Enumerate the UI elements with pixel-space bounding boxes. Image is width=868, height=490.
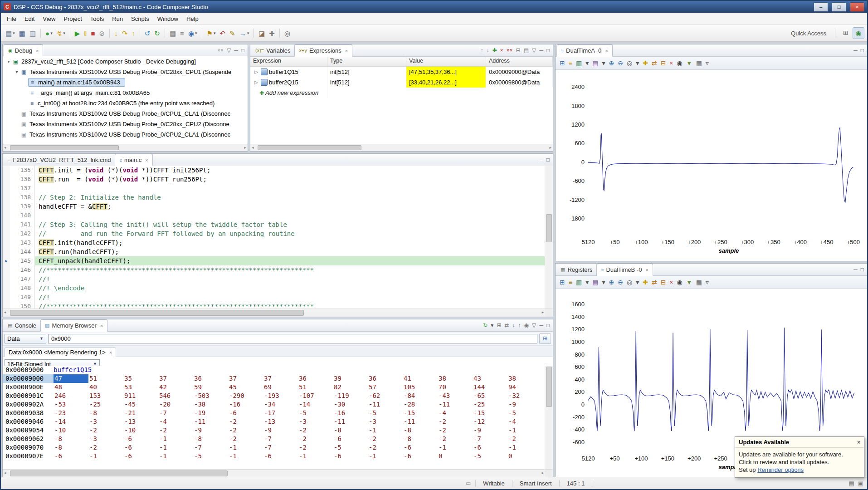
memory-view-button[interactable]: ≡ <box>178 27 186 39</box>
layout-icon[interactable]: ▤ <box>524 48 529 53</box>
close-icon[interactable]: × <box>109 350 112 355</box>
column-header-address[interactable]: Address <box>486 57 553 66</box>
search-button[interactable]: ◎ <box>283 27 292 39</box>
zoom-dropdown-icon[interactable]: ▾ <box>634 278 640 286</box>
memory-cell[interactable]: 153 <box>88 392 123 400</box>
menu-file[interactable]: File <box>3 14 20 24</box>
memory-cell[interactable]: -9 <box>473 426 507 435</box>
memory-cell[interactable]: -1 <box>438 443 473 452</box>
tab-console[interactable]: ▤Console <box>4 319 40 331</box>
memory-cell[interactable]: -2 <box>368 435 403 443</box>
expressions-hscrollbar[interactable]: ◂▸ <box>250 144 553 151</box>
remove-graph-icon[interactable]: × <box>668 59 674 67</box>
memory-cell[interactable]: -2 <box>438 435 473 443</box>
print-button[interactable]: ▥ <box>28 27 38 39</box>
menu-run[interactable]: Run <box>108 14 127 24</box>
memory-cell[interactable]: -7 <box>473 435 507 443</box>
maximize-icon[interactable]: □ <box>861 48 864 53</box>
memory-cell[interactable]: -1 <box>158 435 193 443</box>
memory-cell[interactable]: -1 <box>368 452 403 461</box>
memory-cell[interactable]: -3 <box>88 435 123 443</box>
zoom-dropdown-icon[interactable]: ▾ <box>634 59 640 67</box>
debug-hscrollbar[interactable]: ◂▸ <box>3 144 248 151</box>
code-line-141[interactable]: 141// Step 3: Calling the init() will se… <box>3 220 545 229</box>
chart-type-dropdown-icon[interactable]: ▾ <box>584 59 590 67</box>
sync-graph-icon[interactable]: ⇄ <box>650 59 658 67</box>
memory-cell[interactable]: 94 <box>507 383 542 392</box>
tab-dualtimeb-0[interactable]: ≈DualTimeB -0× <box>596 264 653 276</box>
memory-cell[interactable]: -1 <box>507 443 542 452</box>
memory-cell[interactable]: -3 <box>298 417 333 426</box>
sync-graph-icon[interactable]: ⇄ <box>650 278 658 286</box>
export-memory-icon[interactable]: ↓ <box>512 323 515 328</box>
add-expression-icon[interactable]: ✚ <box>493 48 497 53</box>
close-icon[interactable]: × <box>857 439 860 446</box>
memory-cell[interactable]: 36 <box>298 374 333 383</box>
code-line-146[interactable]: 146//***********************************… <box>3 265 545 274</box>
memory-cell[interactable]: -16 <box>228 400 263 409</box>
graph-menu-icon[interactable]: ▿ <box>704 278 710 286</box>
search-graph-icon[interactable]: ◉ <box>676 59 684 67</box>
group-graph-icon[interactable]: ⊟ <box>659 278 668 286</box>
memory-cell[interactable]: -19 <box>193 409 228 417</box>
memory-row[interactable]: 0x00009054-10-2-10-2-9-2-9-2-8-1-8-2-9-1 <box>3 426 545 435</box>
memory-cell[interactable]: 53 <box>123 383 158 392</box>
menu-edit[interactable]: Edit <box>20 14 39 24</box>
memory-cell[interactable]: 0 <box>438 452 473 461</box>
tab-dualtimea-0[interactable]: ≈DualTimeA -0× <box>556 44 613 57</box>
memory-cell[interactable]: -7 <box>263 443 298 452</box>
memory-cell[interactable]: 39 <box>333 374 368 383</box>
memory-cell[interactable]: -17 <box>263 409 298 417</box>
memory-cell[interactable]: 48 <box>54 383 88 392</box>
code-line-142[interactable]: 142// and run the Forward FFT followed b… <box>3 229 545 238</box>
style-dropdown-icon[interactable]: ▾ <box>600 59 606 67</box>
memory-cell[interactable]: -10 <box>123 426 158 435</box>
menu-window[interactable]: Window <box>153 14 182 24</box>
memory-cell[interactable]: -2 <box>88 443 123 452</box>
probe-tool-button[interactable]: ✚ <box>267 27 277 39</box>
view-menu-icon[interactable]: ▽ <box>227 48 231 53</box>
display-style-icon[interactable]: ▤ <box>591 59 600 67</box>
memory-cell[interactable]: -6 <box>473 443 507 452</box>
memory-row[interactable]: 0x0000902A-53-25-45-20-38-16-34-14-30-11… <box>3 400 545 409</box>
minimize-window-button[interactable]: – <box>814 2 828 12</box>
refresh-dropdown-icon[interactable]: ▾ <box>491 323 493 328</box>
chart-type-icon[interactable]: ▥ <box>575 59 583 67</box>
link-graph-icon[interactable]: ✚ <box>641 59 649 67</box>
memory-cell[interactable]: -2 <box>438 417 473 426</box>
tab-variables[interactable]: (x)=Variables <box>251 44 294 56</box>
new-file-button[interactable]: ▤▾ <box>4 27 17 39</box>
memory-cell[interactable]: -2 <box>88 426 123 435</box>
debug-tree-node[interactable]: ▣Texas Instruments XDS100v2 USB Debug Pr… <box>3 119 248 129</box>
expander-icon[interactable]: ▾ <box>5 59 12 64</box>
close-icon[interactable]: × <box>145 157 148 163</box>
close-icon[interactable]: × <box>100 323 103 328</box>
memory-hscrollbar[interactable]: ◂▸ <box>3 469 545 477</box>
minimize-icon[interactable]: ─ <box>539 48 543 53</box>
memory-cell[interactable]: 36 <box>193 374 228 383</box>
memory-cell[interactable]: 40 <box>88 383 123 392</box>
memory-symbol-row[interactable]: 0x00009000buffer1Q15 <box>3 366 545 374</box>
column-header-expression[interactable]: Expression <box>250 57 327 66</box>
step-return-button[interactable]: ↑ <box>130 27 137 39</box>
open-perspective-button[interactable]: ⊞ <box>840 27 851 38</box>
scrollbar-thumb[interactable] <box>10 145 119 150</box>
memory-cell[interactable]: -8 <box>193 435 228 443</box>
memory-cell[interactable]: 105 <box>403 383 438 392</box>
memory-cell[interactable]: -15 <box>473 409 507 417</box>
memory-cell[interactable]: -11 <box>333 417 368 426</box>
memory-cell[interactable]: -9 <box>507 400 542 409</box>
memory-cell[interactable]: -1 <box>228 452 263 461</box>
build-button[interactable]: ◪ <box>257 27 267 39</box>
memory-cell[interactable]: -2 <box>228 426 263 435</box>
memory-cell[interactable]: -2 <box>228 417 263 426</box>
status-display-icon[interactable]: ▭ <box>461 480 475 486</box>
maximize-icon[interactable]: □ <box>546 323 550 328</box>
debug-tree-node[interactable]: ≡_args_main() at args_main.c:81 0x00BA65 <box>3 88 248 98</box>
editor-vscrollbar[interactable] <box>545 166 553 309</box>
zoom-fit-icon[interactable]: ◎ <box>625 278 634 286</box>
memory-cell[interactable]: -2 <box>438 426 473 435</box>
memory-cell[interactable]: -8 <box>333 426 368 435</box>
memory-cell[interactable]: -5 <box>333 443 368 452</box>
memory-cell[interactable]: -1 <box>368 426 403 435</box>
